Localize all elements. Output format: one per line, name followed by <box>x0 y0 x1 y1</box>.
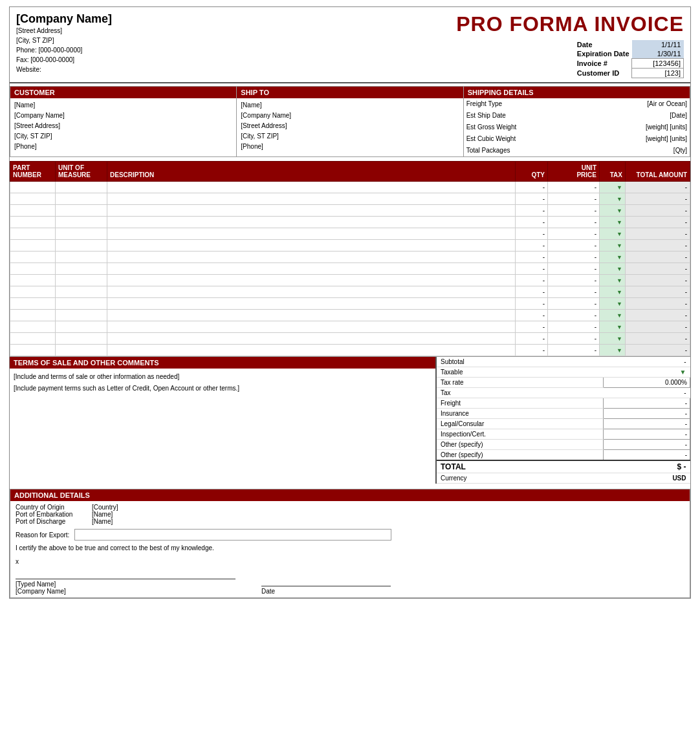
row-desc-12[interactable] <box>107 321 516 333</box>
row-price-8[interactable]: - <box>548 275 600 286</box>
row-unit-10[interactable] <box>56 298 107 310</box>
row-price-4[interactable]: - <box>548 228 600 240</box>
row-unit-9[interactable] <box>56 286 107 298</box>
row-desc-0[interactable] <box>107 182 516 193</box>
row-tax-3[interactable]: ▼ <box>600 217 626 228</box>
row-unit-8[interactable] <box>56 275 107 286</box>
row-tax-5[interactable]: ▼ <box>600 240 626 252</box>
row-part-6[interactable] <box>10 252 56 263</box>
row-price-2[interactable]: - <box>548 205 600 217</box>
row-tax-0[interactable]: ▼ <box>600 182 626 193</box>
row-price-3[interactable]: - <box>548 217 600 228</box>
row-tax-13[interactable]: ▼ <box>600 333 626 345</box>
row-price-12[interactable]: - <box>548 321 600 333</box>
row-desc-5[interactable] <box>107 240 516 252</box>
customer-phone: [Phone] <box>14 142 232 152</box>
row-unit-11[interactable] <box>56 310 107 321</box>
row-part-11[interactable] <box>10 310 56 321</box>
row-qty-5[interactable]: - <box>516 240 548 252</box>
row-price-11[interactable]: - <box>548 310 600 321</box>
row-desc-1[interactable] <box>107 193 516 205</box>
row-unit-3[interactable] <box>56 217 107 228</box>
row-desc-10[interactable] <box>107 298 516 310</box>
row-price-7[interactable]: - <box>548 263 600 275</box>
row-desc-4[interactable] <box>107 228 516 240</box>
row-desc-7[interactable] <box>107 263 516 275</box>
row-desc-9[interactable] <box>107 286 516 298</box>
freight-total-value[interactable]: - <box>604 398 690 409</box>
row-total-11: - <box>626 310 690 321</box>
row-desc-6[interactable] <box>107 252 516 263</box>
row-price-0[interactable]: - <box>548 182 600 193</box>
row-qty-7[interactable]: - <box>516 263 548 275</box>
row-qty-4[interactable]: - <box>516 228 548 240</box>
row-desc-14[interactable] <box>107 345 516 356</box>
row-part-8[interactable] <box>10 275 56 286</box>
row-desc-2[interactable] <box>107 205 516 217</box>
row-unit-13[interactable] <box>56 333 107 345</box>
row-qty-3[interactable]: - <box>516 217 548 228</box>
row-unit-2[interactable] <box>56 205 107 217</box>
tax-rate-value[interactable]: 0.000% <box>604 378 690 388</box>
row-tax-8[interactable]: ▼ <box>600 275 626 286</box>
row-qty-6[interactable]: - <box>516 252 548 263</box>
row-unit-4[interactable] <box>56 228 107 240</box>
row-desc-11[interactable] <box>107 310 516 321</box>
row-desc-3[interactable] <box>107 217 516 228</box>
row-unit-14[interactable] <box>56 345 107 356</box>
row-price-13[interactable]: - <box>548 333 600 345</box>
row-price-6[interactable]: - <box>548 252 600 263</box>
row-tax-7[interactable]: ▼ <box>600 263 626 275</box>
row-tax-2[interactable]: ▼ <box>600 205 626 217</box>
row-tax-9[interactable]: ▼ <box>600 286 626 298</box>
other2-value[interactable]: - <box>604 450 690 461</box>
row-part-2[interactable] <box>10 205 56 217</box>
row-part-14[interactable] <box>10 345 56 356</box>
inspection-value[interactable]: - <box>604 429 690 440</box>
row-tax-6[interactable]: ▼ <box>600 252 626 263</box>
row-part-5[interactable] <box>10 240 56 252</box>
row-unit-6[interactable] <box>56 252 107 263</box>
row-tax-14[interactable]: ▼ <box>600 345 626 356</box>
row-qty-0[interactable]: - <box>516 182 548 193</box>
insurance-value[interactable]: - <box>604 409 690 419</box>
row-unit-7[interactable] <box>56 263 107 275</box>
row-part-9[interactable] <box>10 286 56 298</box>
row-part-12[interactable] <box>10 321 56 333</box>
row-part-10[interactable] <box>10 298 56 310</box>
row-qty-14[interactable]: - <box>516 345 548 356</box>
other1-value[interactable]: - <box>604 440 690 450</box>
row-part-1[interactable] <box>10 193 56 205</box>
row-qty-2[interactable]: - <box>516 205 548 217</box>
row-qty-11[interactable]: - <box>516 310 548 321</box>
row-price-9[interactable]: - <box>548 286 600 298</box>
row-tax-12[interactable]: ▼ <box>600 321 626 333</box>
row-part-13[interactable] <box>10 333 56 345</box>
row-desc-8[interactable] <box>107 275 516 286</box>
row-part-7[interactable] <box>10 263 56 275</box>
row-part-4[interactable] <box>10 228 56 240</box>
row-qty-8[interactable]: - <box>516 275 548 286</box>
row-tax-11[interactable]: ▼ <box>600 310 626 321</box>
legal-value[interactable]: - <box>604 419 690 429</box>
row-qty-10[interactable]: - <box>516 298 548 310</box>
row-price-10[interactable]: - <box>548 298 600 310</box>
row-unit-12[interactable] <box>56 321 107 333</box>
row-qty-13[interactable]: - <box>516 333 548 345</box>
row-part-3[interactable] <box>10 217 56 228</box>
row-price-5[interactable]: - <box>548 240 600 252</box>
reason-input[interactable] <box>74 529 391 541</box>
row-part-0[interactable] <box>10 182 56 193</box>
row-unit-5[interactable] <box>56 240 107 252</box>
row-qty-12[interactable]: - <box>516 321 548 333</box>
row-qty-9[interactable]: - <box>516 286 548 298</box>
row-unit-1[interactable] <box>56 193 107 205</box>
row-qty-1[interactable]: - <box>516 193 548 205</box>
row-price-1[interactable]: - <box>548 193 600 205</box>
row-tax-1[interactable]: ▼ <box>600 193 626 205</box>
row-tax-4[interactable]: ▼ <box>600 228 626 240</box>
row-unit-0[interactable] <box>56 182 107 193</box>
row-desc-13[interactable] <box>107 333 516 345</box>
row-price-14[interactable]: - <box>548 345 600 356</box>
row-tax-10[interactable]: ▼ <box>600 298 626 310</box>
